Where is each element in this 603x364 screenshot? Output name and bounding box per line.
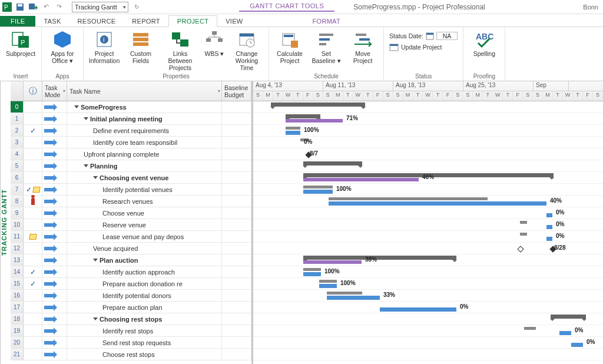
collapse-icon[interactable] (93, 176, 98, 179)
table-row[interactable]: 19Identify rest stops (11, 325, 251, 337)
baseline-budget-cell[interactable] (222, 160, 251, 171)
apps-for-office-button[interactable]: Apps for Office ▾ (45, 29, 79, 65)
status-date-value[interactable]: NA (436, 32, 458, 40)
links-between-projects-button[interactable]: Links Between Projects (160, 29, 200, 72)
gantt-row[interactable]: 0% (253, 325, 603, 337)
baseline-budget-cell[interactable] (222, 302, 251, 313)
custom-fields-button[interactable]: Custom Fields (124, 29, 158, 65)
task-name-cell[interactable]: Choose rest stops (67, 349, 222, 360)
task-name-cell[interactable]: Prepare auction donation re (67, 278, 222, 289)
calculate-project-button[interactable]: Calculate Project (273, 29, 307, 65)
set-baseline-button[interactable]: Set Baseline ▾ (309, 29, 343, 65)
task-mode-cell[interactable] (42, 290, 67, 301)
task-name-cell[interactable]: Identify core team responsibil (67, 137, 222, 148)
baseline-budget-cell[interactable] (222, 101, 251, 112)
calendar-icon[interactable] (426, 32, 434, 40)
tab-project[interactable]: PROJECT (168, 15, 217, 27)
task-mode-cell[interactable] (42, 243, 67, 254)
table-row[interactable]: 1Initial planning meeting (11, 113, 251, 125)
task-name-cell[interactable]: Research venues (67, 196, 222, 207)
tab-resource[interactable]: RESOURCE (69, 16, 124, 27)
baseline-budget-cell[interactable] (222, 325, 251, 336)
task-name-cell[interactable]: Venue acquired (67, 243, 222, 254)
table-row[interactable]: 4Upfront planning complete (11, 148, 251, 160)
task-mode-cell[interactable] (42, 254, 67, 266)
baseline-budget-cell[interactable] (222, 349, 251, 360)
baseline-budget-cell[interactable] (222, 231, 251, 242)
change-working-time-button[interactable]: Change Working Time (228, 29, 265, 72)
row-id[interactable]: 8 (11, 196, 24, 207)
gantt-row[interactable]: 38% (253, 254, 603, 266)
gantt-row[interactable]: 0% (253, 302, 603, 313)
col-header-indicators[interactable]: ⓘ (24, 81, 42, 101)
wbs-button[interactable]: WBS ▾ (203, 29, 226, 58)
task-mode-cell[interactable] (42, 325, 67, 336)
gantt-row[interactable]: 0% (253, 337, 603, 349)
task-bar[interactable] (319, 284, 337, 288)
task-bar[interactable] (546, 225, 552, 229)
task-name-cell[interactable]: Identify auction approach (67, 266, 222, 277)
task-mode-cell[interactable] (42, 160, 67, 171)
table-row[interactable]: 13Plan auction (11, 254, 251, 266)
table-row[interactable]: 6Choosing event venue (11, 172, 251, 184)
table-row[interactable]: 12Venue acquired (11, 243, 251, 254)
tab-task[interactable]: TASK (35, 16, 69, 27)
col-header-baseline-budget[interactable]: Baseline Budget (222, 81, 251, 101)
table-row[interactable]: 7✓Identify potential venues (11, 184, 251, 196)
gantt-row[interactable]: 0% (253, 219, 603, 231)
baseline-budget-cell[interactable] (222, 266, 251, 277)
row-id[interactable]: 13 (11, 254, 24, 266)
baseline-budget-cell[interactable] (222, 290, 251, 301)
baseline-budget-cell[interactable] (222, 313, 251, 325)
task-bar[interactable] (380, 307, 456, 312)
save-icon[interactable] (15, 2, 25, 12)
gantt-row[interactable]: 0% (253, 207, 603, 219)
table-row[interactable]: 21Choose rest stops (11, 349, 251, 360)
table-row[interactable]: 14✓Identify auction approach (11, 266, 251, 278)
move-project-button[interactable]: Move Project (346, 29, 380, 65)
row-id[interactable]: 17 (11, 302, 24, 313)
tab-format[interactable]: FORMAT (304, 16, 349, 27)
row-id[interactable]: 9 (11, 207, 24, 219)
collapse-icon[interactable] (93, 259, 98, 262)
row-id[interactable]: 20 (11, 337, 24, 348)
gantt-row[interactable]: 0% (253, 231, 603, 243)
task-name-cell[interactable]: Initial planning meeting (67, 113, 222, 124)
baseline-budget-cell[interactable] (222, 148, 251, 160)
tab-report[interactable]: REPORT (124, 16, 168, 27)
task-bar[interactable] (303, 272, 321, 276)
task-name-cell[interactable]: SomeProgress (67, 101, 222, 112)
table-row[interactable]: 2✓Define event requirements (11, 125, 251, 137)
row-id[interactable]: 2 (11, 125, 24, 136)
task-name-cell[interactable]: Choose venue (67, 207, 222, 219)
table-row[interactable]: 20Send rest stop requests (11, 337, 251, 349)
task-mode-cell[interactable] (42, 101, 67, 112)
collapse-icon[interactable] (93, 317, 98, 320)
row-id[interactable]: 0 (11, 101, 24, 112)
baseline-budget-cell[interactable] (222, 219, 251, 230)
gantt-row[interactable]: 100% (253, 278, 603, 290)
tab-view[interactable]: VIEW (217, 16, 251, 27)
refresh-icon[interactable]: ↻ (132, 2, 141, 12)
task-bar[interactable] (571, 343, 583, 347)
task-mode-cell[interactable] (42, 278, 67, 289)
gantt-row[interactable]: 46% (253, 172, 603, 184)
gantt-row[interactable] (253, 160, 603, 172)
row-id[interactable]: 16 (11, 290, 24, 301)
baseline-budget-cell[interactable] (222, 243, 251, 254)
table-row[interactable]: 0SomeProgress (11, 101, 251, 113)
baseline-budget-cell[interactable] (222, 196, 251, 207)
gantt-chart[interactable]: Aug 4, '13Aug 11, '13Aug 18, '13Aug 25, … (253, 81, 603, 364)
view-selector[interactable]: Tracking Gantt (72, 2, 128, 12)
baseline-budget-cell[interactable] (222, 207, 251, 219)
collapse-icon[interactable] (84, 164, 88, 167)
task-mode-cell[interactable] (42, 313, 67, 325)
task-mode-cell[interactable] (42, 196, 67, 207)
table-row[interactable]: 10Reserve venue (11, 219, 251, 231)
task-mode-cell[interactable] (42, 125, 67, 136)
task-name-cell[interactable]: Lease venue and pay depos (67, 231, 222, 242)
task-mode-cell[interactable] (42, 349, 67, 360)
gantt-row[interactable] (253, 313, 603, 325)
gantt-row[interactable]: 0% (253, 137, 603, 148)
col-header-id[interactable] (11, 81, 24, 101)
